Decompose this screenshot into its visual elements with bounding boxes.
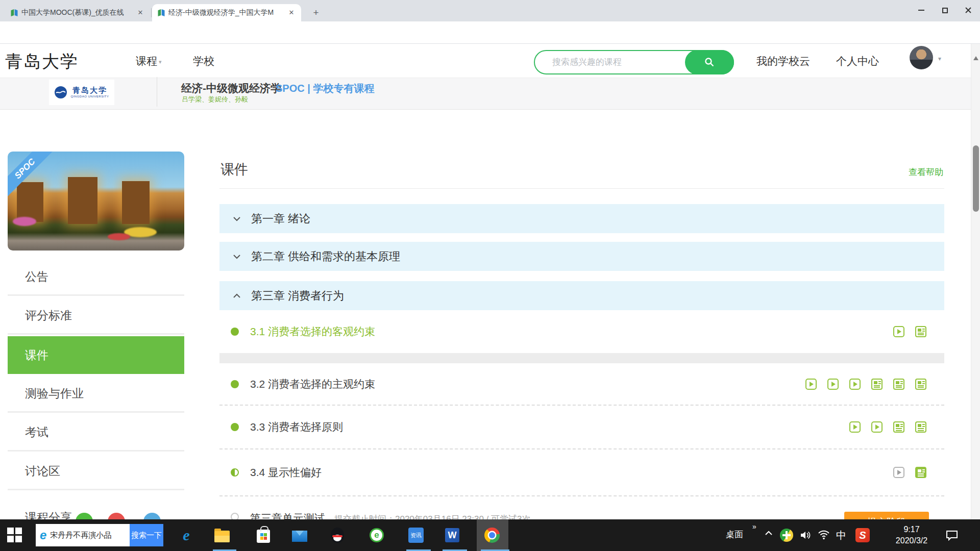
banner-divider <box>157 77 157 107</box>
tab-close-icon[interactable]: ✕ <box>136 8 145 17</box>
school-emblem-icon <box>54 86 67 99</box>
video-play-icon[interactable] <box>827 379 839 390</box>
document-icon[interactable] <box>893 421 904 433</box>
nav-menu-schools[interactable]: 学校 <box>193 54 214 68</box>
sidebar-item-quizzes[interactable]: 测验与作业 <box>8 375 184 413</box>
document-icon[interactable] <box>871 379 883 390</box>
document-icon[interactable] <box>893 379 904 390</box>
ime-indicator[interactable]: 中 <box>836 529 846 542</box>
wifi-icon[interactable] <box>818 530 830 540</box>
chapter-bar-3[interactable]: 第三章 消费者行为 <box>219 281 944 310</box>
ie-icon: e <box>40 528 46 542</box>
search-input[interactable] <box>552 54 680 70</box>
nav-my-school-cloud[interactable]: 我的学校云 <box>756 54 810 68</box>
video-play-icon[interactable] <box>893 326 904 337</box>
lesson-row-3-4[interactable]: 3.4 显示性偏好 <box>219 449 944 496</box>
sogou-tray-icon[interactable]: S <box>855 528 870 542</box>
page-scrollbar[interactable] <box>971 44 980 519</box>
chrome-icon[interactable] <box>484 528 500 543</box>
browser-tab-strip: 中国大学MOOC(慕课)_优质在线 ✕ 经济-中级微观经济学_中国大学M ✕ + <box>0 0 980 21</box>
site-brand[interactable]: 青岛大学 <box>5 50 79 73</box>
video-play-icon[interactable] <box>871 421 883 433</box>
action-center-icon[interactable] <box>945 530 959 541</box>
taskbar-clock[interactable]: 9:17 2020/3/2 <box>887 524 936 546</box>
chevron-up-icon <box>233 293 241 298</box>
browser-360-icon[interactable]: e <box>369 528 384 543</box>
microsoft-store-icon[interactable] <box>256 528 271 543</box>
chapter-bar-1[interactable]: 第一章 绪论 <box>219 204 944 233</box>
file-explorer-icon[interactable] <box>214 528 230 543</box>
window-maximize-button[interactable] <box>933 0 957 20</box>
word-glyph: W <box>445 528 459 542</box>
document-icon[interactable] <box>915 379 926 390</box>
cover-pillar <box>68 177 97 224</box>
user-avatar[interactable] <box>910 46 933 69</box>
sidebar-item-grading[interactable]: 评分标准 <box>8 297 184 335</box>
course-cover-image: SPOC <box>8 152 184 251</box>
icourse163-favicon <box>157 9 165 17</box>
edge-icon[interactable]: e <box>179 528 194 543</box>
nav-menu-courses[interactable]: 课程▾ <box>136 54 162 68</box>
lesson-label[interactable]: 3.1 消费者选择的客观约束 <box>250 324 375 339</box>
scrollbar-thumb[interactable] <box>973 145 979 212</box>
cover-flowers <box>13 217 36 226</box>
qq-icon[interactable] <box>330 528 345 543</box>
windows-logo <box>260 533 267 540</box>
browser-tab-course[interactable]: 经济-中级微观经济学_中国大学M ✕ <box>152 4 301 21</box>
taskbar-search-button[interactable]: 搜索一下 <box>130 524 163 546</box>
sidebar-item-announcements[interactable]: 公告 <box>8 259 184 296</box>
sidebar-item-exams[interactable]: 考试 <box>8 414 184 452</box>
course-search <box>534 50 734 74</box>
lesson-resources <box>805 379 926 390</box>
shield-shape <box>780 529 793 542</box>
taskbar-search-box[interactable]: e 宋丹丹不再演小品 搜索一下 <box>36 524 163 546</box>
taskbar-search-text[interactable]: 宋丹丹不再演小品 <box>50 531 130 540</box>
mail-icon[interactable] <box>292 528 307 543</box>
lesson-label[interactable]: 3.4 显示性偏好 <box>250 465 322 480</box>
document-icon[interactable] <box>915 421 926 433</box>
lesson-label[interactable]: 3.3 消费者选择原则 <box>250 420 343 434</box>
word-icon[interactable]: W <box>445 528 460 543</box>
tray-chevron-up-icon[interactable] <box>765 531 773 536</box>
new-tab-button[interactable]: + <box>309 6 323 19</box>
view-help-link[interactable]: 查看帮助 <box>909 166 943 178</box>
sidebar-item-forum[interactable]: 讨论区 <box>8 453 184 490</box>
avatar-chevron-down-icon[interactable]: ▾ <box>938 55 941 62</box>
school-name-cn: 青岛大学 <box>70 86 109 95</box>
news-app-icon[interactable]: 资讯 <box>408 528 424 543</box>
video-play-icon[interactable] <box>805 379 817 390</box>
document-icon[interactable] <box>915 326 926 337</box>
desktop-toolbar[interactable]: 桌面 <box>726 529 743 540</box>
video-play-icon[interactable] <box>849 379 861 390</box>
toolbar-overflow-icon[interactable]: » <box>752 522 756 531</box>
lesson-row-3-3[interactable]: 3.3 消费者选择原则 <box>219 406 944 449</box>
course-type-badge[interactable]: SPOC | 学校专有课程 <box>276 82 374 95</box>
video-play-icon-unwatched[interactable] <box>893 467 904 478</box>
sidebar-item-courseware[interactable]: 课件 <box>8 336 184 374</box>
course-title: 经济-中级微观经济学 <box>181 81 281 95</box>
course-banner: 青岛大学 QINGDAO UNIVERSITY 经济-中级微观经济学 SPOC … <box>0 78 980 110</box>
document-icon[interactable] <box>915 467 926 478</box>
lesson-row-3-2[interactable]: 3.2 消费者选择的主观约束 <box>219 363 944 406</box>
antivirus-tray-icon[interactable] <box>780 529 793 542</box>
video-play-icon[interactable] <box>849 421 861 433</box>
tab-close-icon[interactable]: ✕ <box>287 8 296 17</box>
chapter-label: 第二章 供给和需求的基本原理 <box>251 249 400 264</box>
start-button[interactable] <box>7 528 22 543</box>
lesson-label[interactable]: 3.2 消费者选择的主观约束 <box>250 377 375 391</box>
sidebar-item-label: 公告 <box>25 269 48 285</box>
tab-separator <box>151 8 152 17</box>
search-button[interactable] <box>685 50 734 74</box>
window-minimize-button[interactable] <box>910 0 933 20</box>
lesson-row-3-1[interactable]: 3.1 消费者选择的客观约束 <box>219 310 944 353</box>
browser-tab-mooc-home[interactable]: 中国大学MOOC(慕课)_优质在线 ✕ <box>5 4 150 21</box>
chevron-down-icon: ▾ <box>159 59 162 65</box>
volume-icon[interactable] <box>799 529 812 541</box>
page-title: 课件 <box>220 160 248 179</box>
scrollbar-up-arrow[interactable] <box>973 56 978 60</box>
envelope-shape <box>292 531 307 542</box>
nav-personal-center[interactable]: 个人中心 <box>836 54 879 68</box>
course-instructors[interactable]: 吕学梁、姜妮伶、孙毅 <box>182 95 248 104</box>
chapter-bar-2[interactable]: 第二章 供给和需求的基本原理 <box>219 242 944 271</box>
window-close-button[interactable] <box>957 0 980 20</box>
